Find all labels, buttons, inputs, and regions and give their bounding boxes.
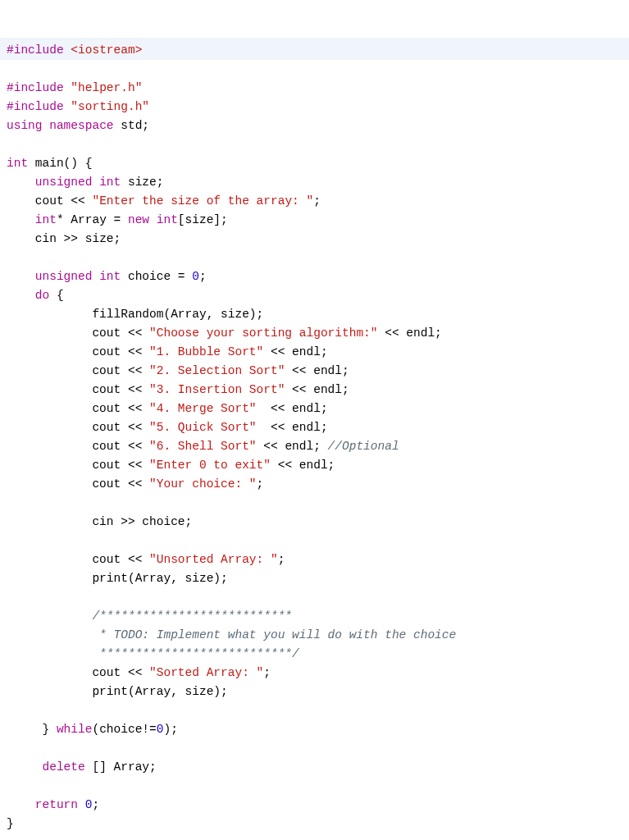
string: "2. Selection Sort" [149, 364, 285, 377]
number: 0 [192, 270, 199, 283]
text: cout << [92, 459, 149, 472]
text: << endl; [285, 383, 349, 396]
kw: namespace [49, 119, 113, 132]
code-line-26: * TODO: Implement what you will do with … [7, 628, 456, 641]
preproc: #include [7, 81, 64, 94]
indent [7, 270, 35, 283]
indent [7, 289, 35, 302]
string: "Choose your sorting algorithm:" [149, 326, 377, 340]
text: (choice!= [92, 723, 156, 736]
indent [7, 213, 35, 226]
kw: int [35, 213, 57, 226]
code-line-9: cin >> size; [7, 232, 121, 245]
text: ; [263, 666, 271, 679]
code-line-21: cout << "Your choice: "; [7, 477, 263, 491]
indent [7, 572, 92, 585]
text: << endl; [285, 364, 349, 377]
kw: int [92, 176, 121, 189]
code-line-15: cout << "2. Selection Sort" << endl; [7, 364, 349, 377]
kw: while [57, 723, 93, 736]
code-line-31: delete [] Array; [7, 760, 157, 774]
indent [7, 383, 92, 396]
text: ); [163, 723, 177, 736]
indent [7, 515, 92, 528]
code-line-4: using namespace std; [7, 119, 149, 132]
code-line-5: int main() { [7, 157, 92, 170]
indent [7, 440, 92, 453]
text: main() { [28, 157, 92, 170]
code-line-18: cout << "5. Quick Sort" << endl; [7, 421, 328, 434]
indent [7, 176, 35, 189]
text: ; [257, 477, 264, 491]
string: "Sorted Array: " [149, 666, 263, 679]
text: [] Array; [85, 760, 157, 774]
code-line-8: int* Array = new int[size]; [7, 213, 228, 226]
string: "Enter the size of the array: " [92, 194, 313, 208]
text: } [7, 817, 14, 830]
indent [7, 364, 92, 377]
text: * Array = [57, 213, 128, 226]
code-line-29: print(Array, size); [7, 685, 228, 698]
text: print(Array, size); [92, 685, 227, 698]
code-line-14: cout << "1. Bubble Sort" << endl; [7, 345, 328, 358]
text: ; [199, 270, 207, 283]
code-line-22: cin >> choice; [7, 515, 192, 528]
comment: /*************************** [92, 609, 292, 623]
text: choice = [121, 270, 192, 283]
text: cout << [92, 402, 149, 415]
indent [7, 402, 92, 415]
text: print(Array, size); [92, 572, 227, 585]
preproc: #include [7, 100, 64, 113]
indent [7, 798, 35, 811]
code-line-20: cout << "Enter 0 to exit" << endl; [7, 459, 335, 472]
indent [7, 232, 35, 245]
string: "5. Quick Sort" [149, 421, 257, 434]
include-arg: "helper.h" [71, 81, 142, 94]
code-line-7: cout << "Enter the size of the array: "; [7, 194, 321, 208]
text: << endl; [257, 440, 328, 453]
text: cout << [92, 421, 149, 434]
kw: unsigned [35, 270, 93, 283]
code-line-23: cout << "Unsorted Array: "; [7, 553, 285, 566]
string: "Unsorted Array: " [149, 553, 278, 566]
string: "Your choice: " [149, 477, 257, 491]
text: cout << [92, 364, 149, 377]
code-line-12: fillRandom(Array, size); [7, 308, 263, 321]
string: "4. Merge Sort" [149, 402, 257, 415]
indent [7, 477, 92, 491]
indent [7, 685, 92, 698]
code-line-32: return 0; [7, 798, 99, 811]
comment: ***************************/ [92, 647, 299, 660]
include-arg: "sorting.h" [71, 100, 149, 113]
string: "1. Bubble Sort" [149, 345, 263, 358]
text: cout << [92, 477, 149, 491]
code-line-25: /*************************** [7, 609, 292, 623]
code-line-33: } [7, 817, 14, 830]
text: << endl; [257, 402, 328, 415]
text: ; [278, 553, 285, 566]
code-line-27: ***************************/ [7, 647, 299, 660]
text: << endl; [271, 459, 335, 472]
text: cin >> size; [35, 232, 121, 245]
comment: * TODO: Implement what you will do with … [92, 628, 456, 641]
indent [7, 666, 92, 679]
indent [7, 609, 92, 623]
indent [7, 647, 92, 660]
text: } [43, 723, 57, 736]
code-line-2: #include "helper.h" [7, 81, 142, 94]
text: ; [92, 798, 99, 811]
text: cout << [92, 553, 149, 566]
code-line-19: cout << "6. Shell Sort" << endl; //Optio… [7, 440, 399, 453]
kw: int [92, 270, 121, 283]
include-arg: <iostream> [71, 43, 142, 57]
string: "Enter 0 to exit" [149, 459, 271, 472]
text: fillRandom(Array, size); [92, 308, 263, 321]
kw: return [35, 798, 78, 811]
text: cout << [92, 326, 149, 340]
kw: unsigned [35, 176, 93, 189]
code-line-10: unsigned int choice = 0; [7, 270, 207, 283]
code-line-17: cout << "4. Merge Sort" << endl; [7, 402, 328, 415]
text: cout << [92, 345, 149, 358]
code-line-11: do { [7, 289, 64, 302]
text: cout << [92, 440, 149, 453]
